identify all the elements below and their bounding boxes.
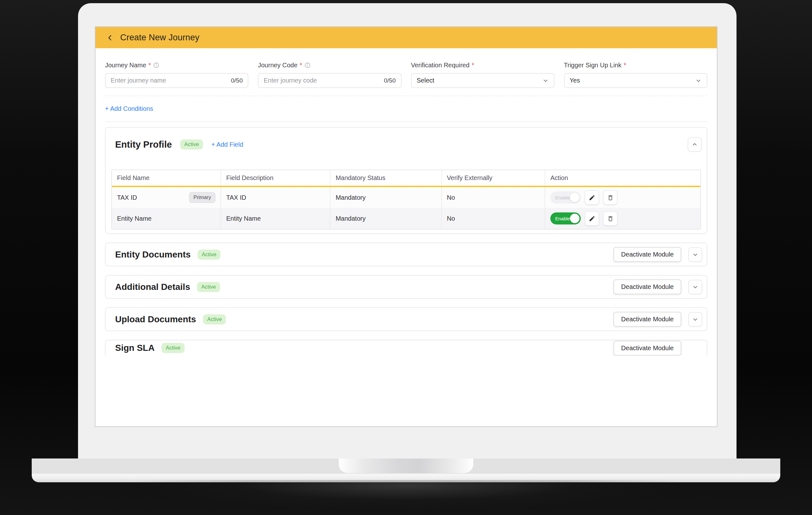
module-title: Sign SLA [115, 343, 154, 353]
section-divider [105, 121, 707, 122]
laptop-screen-bezel: Create New Journey Journey Name * 0/50 [78, 3, 736, 459]
fields-table: Field Name Field Description Mandatory S… [111, 169, 701, 229]
journey-form-row: Journey Name * 0/50 Journey Code * [105, 62, 707, 88]
journey-code-label: Journey Code [258, 62, 297, 69]
column-header-verify-externally: Verify Externally [441, 170, 545, 186]
toggle-knob [570, 193, 580, 202]
required-asterisk: * [624, 62, 626, 69]
entity-profile-card: Entity Profile Active + Add Field [105, 127, 707, 234]
journey-name-label: Journey Name [105, 62, 146, 69]
required-asterisk: * [148, 62, 151, 69]
field-description-value: Entity Name [221, 208, 330, 229]
status-badge: Active [162, 343, 184, 353]
status-badge: Active [197, 282, 220, 292]
table-row: Entity Name Entity Name Mandatory No Ena… [112, 208, 700, 229]
module-title: Entity Documents [115, 249, 191, 260]
edit-button[interactable] [585, 190, 599, 205]
deactivate-module-button[interactable]: Deactivate Module [613, 279, 681, 294]
chevron-down-icon [692, 251, 698, 258]
trigger-signup-link-select[interactable]: Yes [564, 73, 707, 88]
entity-profile-title: Entity Profile [115, 139, 172, 150]
enable-toggle[interactable]: Enable [550, 212, 581, 224]
trash-icon [607, 215, 614, 222]
deactivate-module-button[interactable]: Deactivate Module [613, 341, 681, 356]
column-header-field-description: Field Description [221, 170, 330, 186]
expand-module-button[interactable] [688, 280, 702, 294]
required-asterisk: * [472, 62, 474, 69]
field-description-value: TAX ID [221, 186, 330, 208]
journey-code-field-group: Journey Code * 0/50 [258, 62, 401, 88]
column-header-mandatory-status: Mandatory Status [330, 170, 441, 186]
verification-required-field-group: Verification Required * Select [411, 62, 554, 88]
verify-externally-value: No [441, 208, 545, 229]
mandatory-status-value: Mandatory [330, 208, 441, 229]
laptop-thumb-scoop [339, 459, 473, 473]
expand-module-button[interactable] [688, 247, 702, 262]
journey-code-counter: 0/50 [384, 77, 396, 84]
deactivate-module-button[interactable]: Deactivate Module [613, 247, 681, 262]
collapse-module-button[interactable] [688, 137, 702, 152]
chevron-up-icon [692, 141, 698, 147]
verification-required-label: Verification Required [411, 62, 470, 69]
verify-externally-value: No [441, 186, 545, 208]
status-badge: Active [198, 249, 221, 260]
toggle-label: Enable [555, 216, 570, 221]
module-card-upload-documents: Upload Documents Active Deactivate Modul… [105, 307, 707, 331]
info-icon [304, 62, 311, 68]
pencil-icon [589, 215, 596, 222]
status-badge: Active [180, 139, 203, 150]
module-card-entity-documents: Entity Documents Active Deactivate Modul… [105, 243, 707, 266]
app-window: Create New Journey Journey Name * 0/50 [95, 26, 718, 427]
module-card-sign-sla: Sign SLA Active Deactivate Module [105, 340, 707, 356]
dashed-divider [105, 96, 707, 96]
journey-code-input[interactable] [264, 77, 381, 84]
status-badge: Active [203, 314, 226, 325]
select-value: Select [417, 77, 435, 84]
add-field-link[interactable]: + Add Field [211, 141, 243, 148]
column-header-field-name: Field Name [112, 170, 221, 186]
trigger-signup-link-label: Trigger Sign Up Link [564, 62, 622, 69]
chevron-down-icon [695, 78, 702, 84]
trigger-signup-link-field-group: Trigger Sign Up Link * Yes [564, 62, 707, 88]
required-asterisk: * [300, 62, 302, 69]
chevron-down-icon [692, 316, 698, 323]
field-name-value: Entity Name [112, 208, 221, 229]
table-row: TAX ID Primary TAX ID Mandatory No [112, 186, 700, 208]
toggle-label: Enable [555, 195, 570, 200]
trash-icon [607, 194, 614, 201]
laptop-shadow [70, 480, 742, 515]
verification-required-select[interactable]: Select [411, 73, 554, 88]
delete-button[interactable] [603, 190, 617, 205]
toggle-knob [570, 214, 580, 223]
chevron-down-icon [542, 78, 549, 84]
page-title: Create New Journey [120, 33, 200, 43]
journey-name-input[interactable] [111, 77, 228, 84]
back-chevron-icon[interactable] [106, 34, 114, 42]
delete-button[interactable] [603, 211, 617, 226]
primary-badge: Primary [189, 192, 215, 203]
select-value: Yes [570, 77, 580, 84]
journey-name-counter: 0/50 [231, 77, 243, 84]
module-title: Additional Details [115, 282, 190, 292]
chevron-down-icon [692, 284, 698, 290]
module-title: Upload Documents [115, 314, 196, 325]
pencil-icon [589, 194, 596, 201]
page-header: Create New Journey [95, 27, 717, 48]
journey-name-field-group: Journey Name * 0/50 [105, 62, 249, 88]
module-card-additional-details: Additional Details Active Deactivate Mod… [105, 275, 707, 299]
deactivate-module-button[interactable]: Deactivate Module [613, 312, 681, 327]
field-name-value: TAX ID [117, 194, 137, 201]
add-conditions-link[interactable]: + Add Conditions [105, 105, 153, 112]
enable-toggle[interactable]: Enable [550, 191, 581, 204]
column-header-action: Action [545, 170, 700, 186]
edit-button[interactable] [585, 211, 599, 226]
mandatory-status-value: Mandatory [330, 186, 441, 208]
laptop-base [32, 459, 780, 482]
info-icon [153, 62, 159, 68]
expand-module-button[interactable] [688, 312, 702, 327]
